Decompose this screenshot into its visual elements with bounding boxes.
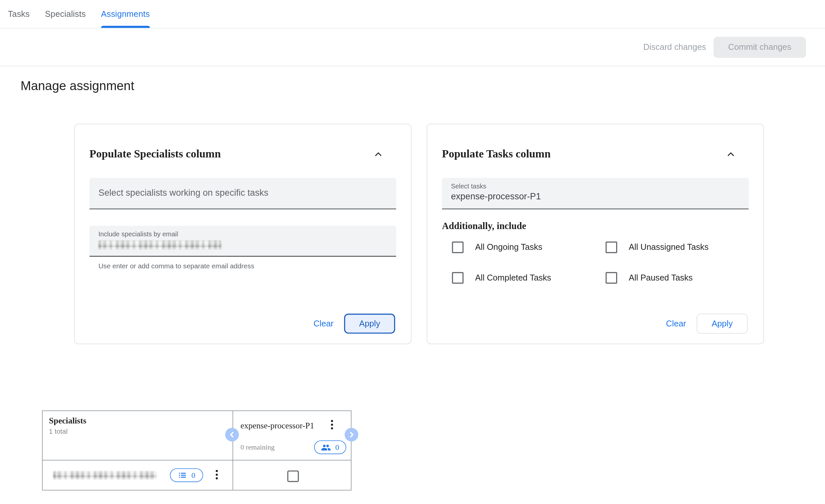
people-icon — [321, 442, 331, 452]
list-icon — [178, 470, 188, 480]
tasks-clear-button[interactable]: Clear — [665, 316, 687, 332]
checkbox-all-completed-tasks[interactable]: All Completed Tasks — [452, 272, 606, 284]
chevron-up-icon — [374, 150, 383, 158]
table-column-divider — [233, 411, 233, 490]
select-tasks-label: Select tasks — [451, 183, 748, 190]
populate-specialists-card: Populate Specialists column Select speci… — [74, 124, 411, 344]
specialist-tasks-count: 0 — [192, 471, 195, 480]
specialists-card-title: Populate Specialists column — [89, 147, 221, 160]
specialist-tasks-badge[interactable]: 0 — [170, 469, 203, 482]
checkbox-label: All Unassigned Tasks — [629, 242, 708, 252]
page-title: Manage assignment — [20, 79, 134, 93]
email-field-label: Include specialists by email — [98, 230, 396, 238]
specialists-clear-button[interactable]: Clear — [312, 316, 334, 332]
tasks-collapse-button[interactable] — [724, 148, 737, 160]
next-column-button[interactable] — [345, 428, 358, 441]
tasks-apply-button[interactable]: Apply — [697, 313, 748, 334]
tasks-card-header: Populate Tasks column — [442, 147, 737, 160]
task-column-menu-button[interactable] — [330, 419, 334, 430]
discard-changes-button[interactable]: Discard changes — [638, 38, 711, 56]
top-tab-bar: Tasks Specialists Assignments — [0, 0, 825, 28]
specialists-card-actions: Clear Apply — [312, 313, 395, 334]
checkbox-all-unassigned-tasks[interactable]: All Unassigned Tasks — [606, 241, 763, 253]
assignment-table: Specialists 1 total expense-processor-P1… — [42, 411, 352, 491]
more-vert-icon — [331, 420, 333, 422]
task-column-name: expense-processor-P1 — [241, 421, 314, 431]
redacted-email-value — [98, 240, 221, 249]
assignment-cell-checkbox[interactable] — [287, 470, 299, 482]
table-row-divider — [43, 460, 351, 460]
more-vert-icon — [216, 470, 218, 472]
chevron-up-icon — [727, 150, 735, 158]
include-specialists-email-field[interactable]: Include specialists by email — [89, 226, 396, 257]
redacted-specialist-email — [53, 471, 157, 480]
checkbox-all-ongoing-tasks[interactable]: All Ongoing Tasks — [452, 241, 606, 253]
select-tasks-value: expense-processor-P1 — [451, 192, 748, 202]
email-helper-text: Use enter or add comma to separate email… — [98, 262, 396, 270]
specialist-row-menu-button[interactable] — [215, 469, 219, 481]
specialists-collapse-button[interactable] — [372, 148, 384, 160]
checkbox-icon — [452, 272, 464, 284]
chevron-left-icon — [229, 431, 235, 438]
chevron-right-icon — [348, 431, 355, 438]
tab-assignments-label: Assignments — [101, 9, 150, 19]
action-bar: Discard changes Commit changes — [0, 29, 825, 66]
tab-tasks-label: Tasks — [8, 9, 30, 19]
specialists-total-count: 1 total — [49, 427, 86, 435]
task-remaining-label: 0 remaining — [241, 443, 275, 451]
select-specialists-placeholder: Select specialists working on specific t… — [98, 188, 268, 198]
specialists-apply-button[interactable]: Apply — [344, 313, 395, 334]
manage-assignment-page: Tasks Specialists Assignments Discard ch… — [0, 0, 825, 504]
checkbox-icon — [452, 241, 464, 253]
tab-specialists-label: Specialists — [45, 9, 86, 19]
select-tasks-input[interactable]: Select tasks expense-processor-P1 — [442, 178, 749, 210]
checkbox-label: All Paused Tasks — [629, 273, 693, 283]
commit-changes-button[interactable]: Commit changes — [714, 37, 806, 58]
tab-assignments[interactable]: Assignments — [101, 0, 150, 28]
checkbox-icon — [606, 272, 617, 284]
additional-tasks-checkbox-grid: All Ongoing Tasks All Unassigned Tasks A… — [452, 241, 764, 284]
populate-tasks-card: Populate Tasks column Select tasks expen… — [427, 124, 764, 344]
specialists-card-header: Populate Specialists column — [89, 147, 384, 160]
checkbox-icon — [606, 241, 617, 253]
tab-specialists[interactable]: Specialists — [45, 0, 86, 28]
assigned-count: 0 — [335, 443, 339, 452]
checkbox-label: All Completed Tasks — [475, 273, 551, 283]
specialists-column-header: Specialists 1 total — [49, 416, 86, 435]
select-specialists-input[interactable]: Select specialists working on specific t… — [89, 178, 396, 210]
tab-tasks[interactable]: Tasks — [8, 0, 30, 28]
tasks-card-title: Populate Tasks column — [442, 147, 550, 160]
previous-column-button[interactable] — [225, 428, 239, 441]
additionally-include-label: Additionally, include — [442, 220, 763, 231]
tasks-card-actions: Clear Apply — [665, 313, 748, 334]
active-tab-underline — [101, 26, 150, 28]
checkbox-label: All Ongoing Tasks — [475, 242, 542, 252]
checkbox-all-paused-tasks[interactable]: All Paused Tasks — [606, 272, 763, 284]
assigned-specialists-badge[interactable]: 0 — [314, 441, 346, 454]
specialists-header-title: Specialists — [49, 416, 86, 426]
